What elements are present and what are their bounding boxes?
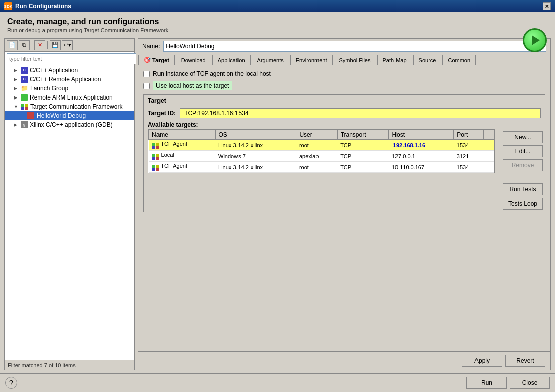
col-port: Port [454, 130, 484, 140]
close-button[interactable]: ✕ [543, 2, 551, 10]
cell-user: root [296, 140, 337, 151]
content-area: 📄 ⧉ ✕ 💾 ↩▾ ▶ C C/C++ Application ▶ C C [0, 35, 555, 373]
header-area: Create, manage, and run configurations R… [0, 12, 555, 35]
target-group-label: Target [144, 95, 545, 106]
run-instance-checkbox[interactable] [143, 71, 150, 77]
col-user: User [296, 130, 337, 140]
name-bar: Name: [138, 39, 550, 54]
close-dialog-button[interactable]: Close [510, 377, 550, 389]
tab-source[interactable]: Source [413, 55, 442, 65]
tree-label: Remote ARM Linux Application [30, 94, 113, 101]
use-local-row: Use local host as the target [143, 81, 545, 90]
edit-target-button[interactable]: Edit... [503, 145, 543, 157]
save-button[interactable]: 💾 [50, 40, 61, 50]
header: Create, manage, and run configurations R… [0, 12, 555, 35]
revert-dropdown-button[interactable]: ↩▾ [62, 40, 73, 50]
sdk-logo: SDK [4, 2, 12, 10]
tree-item-arm-linux[interactable]: ▶ Remote ARM Linux Application [5, 93, 134, 102]
tab-common[interactable]: Common [442, 55, 476, 65]
target-id-value: TCP:192.168.1.16:1534 [180, 108, 541, 118]
tree-item-cpp-app[interactable]: ▶ C C/C++ Application [5, 66, 134, 75]
expand-icon: ▶ [14, 95, 19, 100]
available-targets-label: Available targets: [144, 120, 545, 129]
tree-item-xilinx-gdb[interactable]: ▶ g Xilinx C/C++ application (GDB) [5, 120, 134, 129]
tab-arguments[interactable]: Arguments [252, 55, 289, 65]
target-id-label: Target ID: [148, 110, 176, 117]
revert-button[interactable]: Revert [505, 355, 545, 367]
folder-icon: 📁 [21, 85, 28, 92]
tab-label: Path Map [383, 57, 407, 63]
tree-label: HelloWorld Debug [37, 112, 86, 119]
apply-button[interactable]: Apply [462, 355, 502, 367]
cell-name: TCF Agent [149, 140, 216, 151]
help-button[interactable]: ? [5, 377, 17, 389]
expand-icon: ▶ [14, 122, 19, 127]
tree-item-cpp-remote[interactable]: ▶ C C/C++ Remote Application [5, 75, 134, 84]
title-bar: SDK Run Configurations ✕ [0, 0, 555, 12]
tab-target[interactable]: 🎯 Target [138, 55, 175, 65]
col-os: OS [215, 130, 296, 140]
cell-empty [484, 151, 494, 162]
header-subtitle: Run or debug a program using Target Comm… [7, 27, 548, 33]
run-tests-button[interactable]: Run Tests [503, 183, 543, 195]
tab-label: Source [419, 57, 436, 63]
tab-environment[interactable]: Environment [290, 55, 333, 65]
filter-input[interactable] [7, 53, 136, 64]
expand-icon: ▶ [14, 77, 19, 82]
targets-table: Name OS User Transport Host Port [148, 130, 494, 173]
tab-label: Download [181, 57, 206, 63]
row-icon [152, 143, 160, 149]
col-host: Host [389, 130, 454, 140]
new-config-button[interactable]: 📄 [7, 40, 18, 50]
cell-os: Linux 3.14.2-xilinx [215, 140, 296, 151]
cell-user: root [296, 162, 337, 173]
toolbar-separator-1 [32, 41, 32, 49]
tab-label: Common [448, 57, 470, 63]
target-inner: Name OS User Transport Host Port [144, 129, 545, 212]
cell-os: Linux 3.14.2-xilinx [215, 162, 296, 173]
tcf-small-icon [152, 154, 160, 160]
cpp-icon: C [21, 67, 28, 74]
table-row[interactable]: Local Windows 7 apexlab TCP 127.0.0.1 31… [149, 151, 494, 162]
tree-item-launch-group[interactable]: ▶ 📁 Launch Group [5, 84, 134, 93]
tests-loop-button[interactable]: Tests Loop [503, 198, 543, 210]
target-section: Target Target ID: TCP:192.168.1.16:1534 … [143, 94, 545, 212]
cell-os: Windows 7 [215, 151, 296, 162]
col-name: Name [149, 130, 216, 140]
tab-label: Arguments [257, 57, 284, 63]
run-instance-row: Run instance of TCF agent on the local h… [143, 70, 545, 77]
remove-target-button[interactable]: Remove [503, 159, 543, 171]
cell-transport: TCP [337, 151, 389, 162]
toolbar-separator-2 [47, 41, 48, 49]
table-row[interactable]: TCF Agent Linux 3.14.2-xilinx root TCP 1… [149, 140, 494, 151]
name-input[interactable] [163, 41, 546, 52]
host-value: 192.168.1.16 [392, 142, 426, 148]
tree-item-helloworld-debug[interactable]: HelloWorld Debug [5, 111, 134, 120]
tree-label: C/C++ Remote Application [30, 76, 101, 83]
duplicate-button[interactable]: ⧉ [19, 40, 30, 50]
table-row[interactable]: TCF Agent Linux 3.14.2-xilinx root TCP 1… [149, 162, 494, 173]
new-target-button[interactable]: New... [503, 131, 543, 143]
tab-label: Target [152, 57, 169, 63]
left-toolbar: 📄 ⧉ ✕ 💾 ↩▾ [5, 39, 134, 52]
col-transport: Transport [337, 130, 389, 140]
tab-path-map[interactable]: Path Map [377, 55, 412, 65]
expand-icon: ▶ [14, 86, 19, 91]
tab-download[interactable]: Download [176, 55, 211, 65]
tab-application[interactable]: Application [212, 55, 251, 65]
run-button[interactable]: Run [466, 377, 507, 389]
tree-item-tcf[interactable]: ▼ Target Communication Framework [5, 102, 134, 111]
tab-symbol-files[interactable]: Symbol Files [334, 55, 376, 65]
target-id-row: Target ID: TCP:192.168.1.16:1534 [144, 106, 545, 120]
tree-label: Xilinx C/C++ application (GDB) [30, 121, 113, 128]
delete-button[interactable]: ✕ [34, 40, 45, 50]
header-title: Create, manage, and run configurations [7, 17, 548, 26]
filter-status: Filter matched 7 of 10 items [5, 360, 134, 370]
name-label: Name: [142, 43, 160, 50]
cell-name: Local [149, 151, 216, 162]
use-local-checkbox[interactable] [143, 83, 150, 89]
main-container: Create, manage, and run configurations R… [0, 12, 555, 392]
left-panel: 📄 ⧉ ✕ 💾 ↩▾ ▶ C C/C++ Application ▶ C C [4, 38, 135, 370]
col-empty [484, 130, 494, 140]
play-button[interactable] [523, 28, 547, 52]
